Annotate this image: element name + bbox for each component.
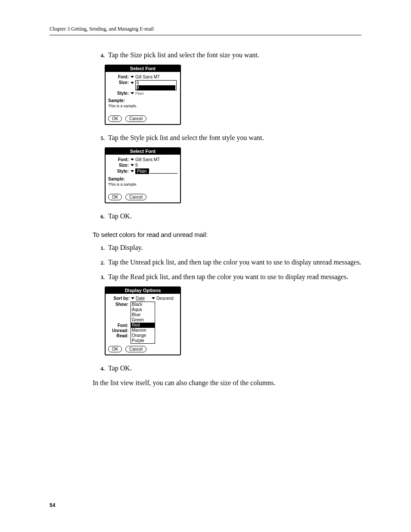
step-b2: 2. Tap the Unread pick list, and then ta…	[93, 257, 361, 268]
step-text: Tap the Read pick list, and then tap the…	[108, 272, 361, 282]
dialog-title: Select Font	[106, 65, 180, 72]
step-text: Tap Display.	[108, 243, 361, 253]
step-4: 4. Tap the Size pick list and select the…	[93, 50, 361, 60]
sample-label: Sample:	[108, 98, 177, 103]
cancel-button[interactable]: Cancel	[125, 346, 146, 352]
sortby-label: Sort by:	[108, 296, 131, 301]
dropdown-arrow-icon[interactable]	[131, 82, 134, 84]
step-number: 2.	[93, 257, 108, 268]
sample-label: Sample:	[108, 177, 177, 181]
font-label: Font:	[108, 75, 131, 79]
select-font-dialog-1: Select Font Font: Gill Sans MT Size: 6 9	[105, 65, 181, 125]
dropdown-arrow-icon[interactable]	[152, 297, 155, 299]
sample-text: This is a sample.	[108, 104, 177, 108]
cancel-button[interactable]: Cancel	[125, 194, 146, 200]
dropdown-arrow-icon[interactable]	[131, 170, 134, 172]
step-6: 6. Tap OK.	[93, 211, 361, 221]
size-dropdown-list[interactable]: 6 9	[135, 80, 177, 90]
dropdown-arrow-icon[interactable]	[131, 159, 134, 161]
font-label: Font:	[108, 323, 130, 328]
page-number: 54	[50, 502, 55, 508]
color-list[interactable]: Black Aqua Blue Green Red Maroon Orange …	[131, 302, 155, 344]
color-option[interactable]: Aqua	[131, 307, 155, 312]
step-b3: 3. Tap the Read pick list, and then tap …	[93, 272, 361, 282]
step-number: 4.	[93, 50, 108, 60]
color-option[interactable]: Blue	[131, 312, 155, 317]
step-text: Tap the Style pick list and select the f…	[108, 133, 361, 143]
size-value[interactable]: 9	[135, 163, 138, 168]
step-number: 4.	[93, 363, 108, 373]
size-label: Size:	[108, 163, 131, 168]
step-text: Tap OK.	[108, 211, 361, 221]
style-label: Style:	[108, 169, 131, 174]
color-option[interactable]: Black	[131, 302, 155, 307]
style-value[interactable]: Plain	[135, 91, 144, 96]
style-label: Style:	[108, 91, 131, 96]
dropdown-arrow-icon[interactable]	[131, 297, 134, 299]
step-text: Tap OK.	[108, 363, 361, 373]
step-number: 1.	[93, 243, 108, 253]
closing-note: In the list view itself, you can also ch…	[93, 378, 361, 388]
section-heading: To select colors for read and unread mai…	[93, 231, 361, 238]
ok-button[interactable]: OK	[108, 346, 122, 352]
order-value[interactable]: Descend	[156, 296, 173, 301]
read-label: Read:	[108, 333, 130, 338]
sortby-value[interactable]: Date	[136, 296, 145, 301]
size-option[interactable]: 6	[137, 81, 175, 85]
unread-label: Unread:	[108, 328, 130, 333]
color-option-selected[interactable]: Red	[131, 323, 155, 328]
font-label: Font:	[108, 157, 131, 162]
step-number: 6.	[93, 211, 108, 221]
color-option[interactable]: Green	[131, 317, 155, 323]
step-b4: 4. Tap OK.	[93, 363, 361, 373]
show-label: Show:	[108, 302, 130, 307]
dialog-title: Display Options	[106, 287, 180, 294]
color-option[interactable]: Maroon	[131, 328, 155, 333]
dropdown-arrow-icon[interactable]	[131, 92, 134, 94]
select-font-dialog-2: Select Font Font: Gill Sans MT Size: 9 S…	[105, 147, 181, 203]
step-b1: 1. Tap Display.	[93, 243, 361, 253]
dropdown-arrow-icon[interactable]	[131, 76, 134, 78]
ok-button[interactable]: OK	[108, 194, 122, 200]
step-text: Tap the Size pick list and select the fo…	[108, 50, 361, 60]
color-option[interactable]: Purple	[131, 338, 155, 343]
font-value[interactable]: Gill Sans MT	[135, 157, 160, 162]
dropdown-arrow-icon[interactable]	[131, 164, 134, 166]
step-5: 5. Tap the Style pick list and select th…	[93, 133, 361, 143]
size-label: Size:	[108, 80, 131, 85]
font-value[interactable]: Gill Sans MT	[135, 75, 160, 79]
dialog-title: Select Font	[106, 148, 180, 155]
size-option-selected[interactable]: 9	[137, 85, 175, 90]
style-value-selected[interactable]: Plain	[135, 168, 149, 174]
ok-button[interactable]: OK	[108, 115, 122, 122]
cancel-button[interactable]: Cancel	[125, 115, 146, 122]
color-option[interactable]: Orange	[131, 333, 155, 338]
step-text: Tap the Unread pick list, and then tap t…	[108, 257, 361, 268]
running-header: Chapter 3 Getting, Sending, and Managing…	[50, 26, 361, 35]
step-number: 5.	[93, 133, 108, 143]
display-options-dialog: Display Options Sort by: Date Descend Sh…	[105, 286, 181, 355]
step-number: 3.	[93, 272, 108, 282]
sample-text: This is a sample.	[108, 182, 177, 187]
